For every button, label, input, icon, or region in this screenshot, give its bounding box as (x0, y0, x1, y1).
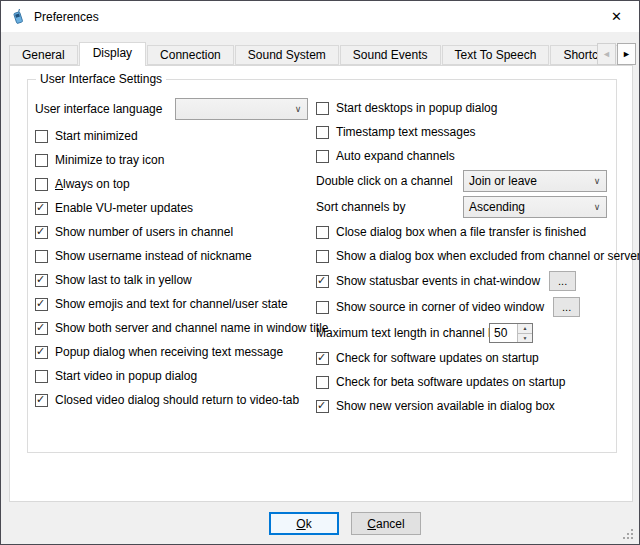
checkbox-box[interactable] (35, 346, 48, 359)
checkbox-always-on-top[interactable]: Always on top (35, 172, 320, 196)
checkbox-auto-expand-channels[interactable]: Auto expand channels (316, 144, 618, 168)
chevron-down-icon: ∨ (588, 176, 606, 186)
checkbox-check-software-updates[interactable]: Check for software updates on startup (316, 346, 618, 370)
checkbox-show-username-instead-of-nickname[interactable]: Show username instead of nickname (35, 244, 320, 268)
checkbox-box[interactable] (316, 275, 329, 288)
checkbox-label: Show a dialog box when excluded from cha… (336, 249, 640, 263)
checkbox-box[interactable] (35, 130, 48, 143)
chevron-down-icon: ∨ (588, 202, 606, 212)
checkbox-label: Closed video dialog should return to vid… (55, 393, 299, 407)
checkbox-label: Popup dialog when receiving text message (55, 345, 283, 359)
checkbox-enable-vu-meter-updates[interactable]: Enable VU-meter updates (35, 196, 320, 220)
checkbox-box[interactable] (316, 301, 329, 314)
checkbox-label: Show last to talk in yellow (55, 273, 192, 287)
checkbox-show-last-to-talk-in-yellow[interactable]: Show last to talk in yellow (35, 268, 320, 292)
max-text-length-spinner[interactable]: 50 ▲ ▼ (489, 323, 533, 343)
max-text-length-label: Maximum text length in channel list (316, 326, 489, 340)
checkbox-start-minimized[interactable]: Start minimized (35, 124, 320, 148)
user-interface-settings-group: User Interface Settings User interface l… (27, 79, 617, 453)
statusbar-events-more-button[interactable]: ... (549, 271, 576, 291)
double-click-row: Double click on a channel Join or leave … (316, 168, 618, 194)
tab-scroll-left-icon[interactable]: ◄ (597, 43, 616, 65)
tab-connection[interactable]: Connection (147, 45, 234, 65)
checkbox-show-dialog-when-excluded[interactable]: Show a dialog box when excluded from cha… (316, 244, 618, 268)
checkbox-box[interactable] (316, 400, 329, 413)
checkbox-box[interactable] (35, 178, 48, 191)
window-title: Preferences (34, 10, 99, 24)
checkbox-check-beta-software-updates[interactable]: Check for beta software updates on start… (316, 370, 618, 394)
checkbox-minimize-to-tray-icon[interactable]: Minimize to tray icon (35, 148, 320, 172)
checkbox-box[interactable] (35, 226, 48, 239)
checkbox-box[interactable] (35, 202, 48, 215)
checkbox-label: Check for beta software updates on start… (336, 375, 565, 389)
tab-sound-system[interactable]: Sound System (235, 45, 339, 65)
spin-up-icon[interactable]: ▲ (518, 324, 532, 334)
right-column: Start desktops in popup dialog Timestamp… (316, 96, 618, 418)
left-column: User interface language ∨ Start minimize… (35, 96, 320, 412)
tab-text-to-speech[interactable]: Text To Speech (442, 45, 550, 65)
double-click-value: Join or leave (464, 174, 588, 188)
checkbox-box[interactable] (316, 352, 329, 365)
checkbox-box[interactable] (316, 376, 329, 389)
checkbox-popup-dialog-text-message[interactable]: Popup dialog when receiving text message (35, 340, 320, 364)
checkbox-box[interactable] (35, 394, 48, 407)
checkbox-box[interactable] (316, 102, 329, 115)
double-click-label: Double click on a channel (316, 174, 463, 188)
sort-channels-select[interactable]: Ascending ∨ (463, 196, 607, 218)
checkbox-box[interactable] (35, 322, 48, 335)
checkbox-label: Auto expand channels (336, 149, 455, 163)
checkbox-show-number-of-users[interactable]: Show number of users in channel (35, 220, 320, 244)
preferences-dialog: Preferences ✕ General Display Connection… (0, 0, 640, 545)
cancel-button[interactable]: Cancel (351, 512, 421, 535)
checkbox-close-dialog-file-transfer[interactable]: Close dialog box when a file transfer is… (316, 220, 618, 244)
language-select[interactable]: ∨ (175, 98, 308, 120)
checkbox-label: Start video in popup dialog (55, 369, 197, 383)
checkbox-label: Show username instead of nickname (55, 249, 252, 263)
tab-scroll-right-icon[interactable]: ► (617, 43, 636, 65)
resize-grip-icon[interactable] (623, 527, 635, 539)
max-text-length-row: Maximum text length in channel list 50 ▲… (316, 320, 618, 346)
video-source-more-button[interactable]: ... (553, 297, 580, 317)
language-label: User interface language (35, 102, 175, 116)
checkbox-box[interactable] (316, 126, 329, 139)
checkbox-box[interactable] (35, 274, 48, 287)
checkbox-show-source-video-window[interactable]: Show source in corner of video window ..… (316, 294, 618, 320)
spin-buttons: ▲ ▼ (517, 324, 532, 342)
ok-button[interactable]: Ok (269, 512, 339, 535)
checkbox-box[interactable] (316, 226, 329, 239)
checkbox-label: Start minimized (55, 129, 138, 143)
checkbox-label: Show both server and channel name in win… (55, 321, 329, 335)
tab-sound-events[interactable]: Sound Events (340, 45, 441, 65)
checkbox-show-new-version-dialog[interactable]: Show new version available in dialog box (316, 394, 618, 418)
checkbox-label: Start desktops in popup dialog (336, 101, 497, 115)
checkbox-closed-video-return-to-tab[interactable]: Closed video dialog should return to vid… (35, 388, 320, 412)
checkbox-box[interactable] (35, 154, 48, 167)
checkbox-label: Minimize to tray icon (55, 153, 164, 167)
checkbox-box[interactable] (316, 250, 329, 263)
checkbox-box[interactable] (35, 298, 48, 311)
checkbox-label: Show statusbar events in chat-window (336, 274, 540, 288)
checkbox-box[interactable] (35, 250, 48, 263)
checkbox-timestamp-text-messages[interactable]: Timestamp text messages (316, 120, 618, 144)
checkbox-start-desktops-in-popup[interactable]: Start desktops in popup dialog (316, 96, 618, 120)
checkbox-show-emojis-and-text[interactable]: Show emojis and text for channel/user st… (35, 292, 320, 316)
sort-channels-label: Sort channels by (316, 200, 463, 214)
checkbox-show-statusbar-events[interactable]: Show statusbar events in chat-window ... (316, 268, 618, 294)
checkbox-label: Always on top (55, 177, 130, 191)
checkbox-show-server-and-channel-in-title[interactable]: Show both server and channel name in win… (35, 316, 320, 340)
tab-display[interactable]: Display (79, 42, 146, 66)
close-icon[interactable]: ✕ (594, 1, 639, 32)
app-icon (10, 9, 26, 25)
checkbox-label: Show source in corner of video window (336, 300, 544, 314)
checkbox-box[interactable] (35, 370, 48, 383)
checkbox-start-video-in-popup[interactable]: Start video in popup dialog (35, 364, 320, 388)
tab-bar: General Display Connection Sound System … (9, 41, 633, 66)
tab-scroll-buttons: ◄ ► (597, 43, 636, 65)
spin-value[interactable]: 50 (490, 324, 517, 342)
spin-down-icon[interactable]: ▼ (518, 334, 532, 343)
checkbox-label: Check for software updates on startup (336, 351, 539, 365)
language-row: User interface language ∨ (35, 96, 320, 122)
checkbox-box[interactable] (316, 150, 329, 163)
tab-general[interactable]: General (9, 45, 78, 65)
double-click-select[interactable]: Join or leave ∨ (463, 170, 607, 192)
